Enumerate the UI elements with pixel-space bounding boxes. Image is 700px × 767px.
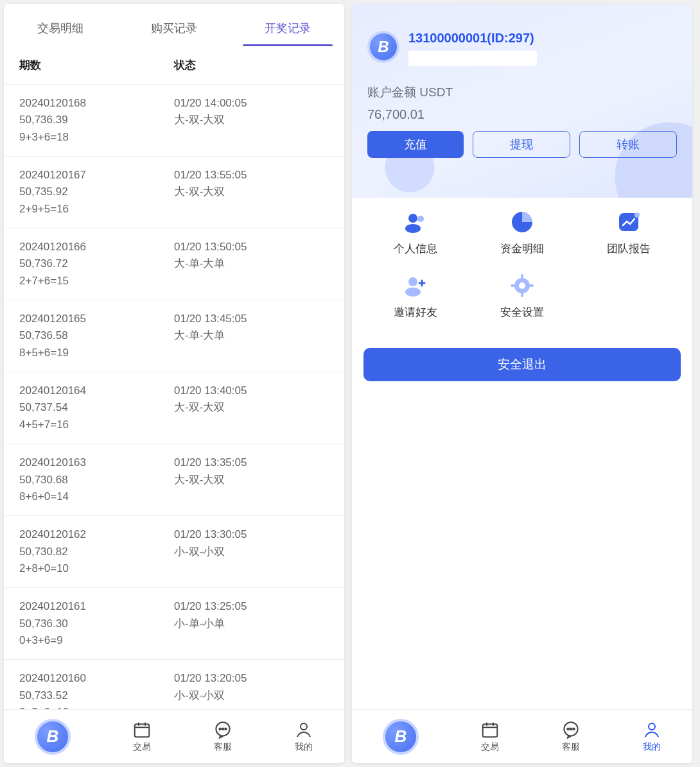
svg-point-6	[408, 214, 417, 223]
nav-trade-label: 交易	[133, 741, 151, 753]
record-period: 2024012016150,736.300+3+6=9	[19, 598, 174, 649]
svg-point-21	[567, 728, 569, 730]
record-status: 01/20 13:45:05大-单-大单	[174, 311, 329, 361]
profile-icon	[403, 209, 428, 235]
svg-point-24	[649, 723, 655, 730]
nav-mine-label: 我的	[643, 741, 661, 753]
menu-team[interactable]: 团队报告	[575, 209, 682, 256]
nav-mine-right[interactable]: 我的	[642, 720, 661, 753]
svg-point-8	[417, 216, 424, 222]
svg-point-3	[222, 728, 224, 730]
record-period: 2024012016550,736.588+5+6=19	[19, 311, 174, 361]
svg-point-11	[408, 277, 417, 286]
left-phone: 交易明细 购买记录 开奖记录 期数 状态 2024012016850,736.3…	[4, 4, 344, 763]
record-row[interactable]: 2024012016850,736.399+3+6=1801/20 14:00:…	[4, 85, 344, 157]
record-row[interactable]: 2024012016450,737.544+5+7=1601/20 13:40:…	[4, 372, 344, 444]
menu-grid: 个人信息 资金明细 团队报告 邀请好友 安全设置	[352, 198, 692, 326]
menu-profile-label: 个人信息	[394, 241, 437, 256]
record-period: 2024012016350,730.688+6+0=14	[19, 454, 174, 505]
withdraw-button[interactable]: 提现	[473, 131, 570, 158]
svg-point-14	[519, 282, 525, 289]
menu-team-label: 团队报告	[607, 241, 651, 256]
record-status: 01/20 14:00:05大-双-大双	[174, 95, 329, 146]
record-row[interactable]: 2024012016350,730.688+6+0=1401/20 13:35:…	[4, 444, 344, 516]
svg-rect-16	[521, 293, 523, 297]
top-tabs: 交易明细 购买记录 开奖记录	[4, 4, 344, 46]
balance-label: 账户金额 USDT	[367, 84, 677, 101]
record-row[interactable]: 2024012016750,735.922+9+5=1601/20 13:55:…	[4, 157, 344, 228]
bitcoin-icon: B	[35, 719, 71, 755]
record-period: 2024012016650,736.722+7+6=15	[19, 239, 174, 289]
svg-point-12	[405, 288, 421, 297]
menu-funds[interactable]: 资金明细	[469, 209, 575, 256]
gear-icon	[509, 273, 535, 298]
svg-rect-18	[529, 284, 534, 287]
balance-value: 76,700.01	[367, 107, 677, 122]
bitcoin-icon: B	[383, 719, 419, 755]
tab-trade-detail[interactable]: 交易明细	[35, 12, 86, 46]
menu-invite-label: 邀请好友	[394, 305, 437, 320]
nav-logo-left[interactable]: B	[35, 719, 71, 755]
record-row[interactable]: 2024012016150,736.300+3+6=901/20 13:25:0…	[4, 588, 344, 660]
record-row[interactable]: 2024012016550,736.588+5+6=1901/20 13:45:…	[4, 300, 344, 372]
profile-top: B 13100000001(ID:297)	[367, 31, 677, 66]
recharge-button[interactable]: 充值	[367, 131, 464, 158]
record-period: 2024012016450,737.544+5+7=16	[19, 383, 174, 433]
nav-mine-left[interactable]: 我的	[294, 720, 313, 753]
record-period: 2024012016750,735.922+9+5=16	[19, 167, 174, 218]
svg-point-10	[634, 212, 640, 218]
nav-service-label: 客服	[562, 741, 580, 753]
profile-hero: B 13100000001(ID:297) 账户金额 USDT 76,700.0…	[352, 4, 692, 198]
right-phone: B 13100000001(ID:297) 账户金额 USDT 76,700.0…	[352, 4, 692, 763]
header-period: 期数	[19, 58, 174, 73]
nav-trade-right[interactable]: 交易	[480, 720, 500, 753]
menu-security-label: 安全设置	[500, 305, 544, 320]
record-period: 2024012016250,730.822+8+0=10	[19, 526, 174, 577]
menu-security[interactable]: 安全设置	[469, 273, 575, 320]
record-status: 01/20 13:55:05大-双-大双	[174, 167, 329, 218]
svg-point-7	[405, 224, 421, 233]
action-row: 充值 提现 转账	[367, 131, 677, 158]
invite-icon	[403, 273, 428, 298]
records-list[interactable]: 2024012016850,736.399+3+6=1801/20 14:00:…	[4, 85, 344, 709]
record-status: 01/20 13:35:05大-双-大双	[174, 454, 329, 505]
record-period: 2024012016850,736.399+3+6=18	[19, 95, 174, 146]
header-status: 状态	[174, 58, 329, 73]
spacer	[352, 381, 692, 709]
tab-purchase-record[interactable]: 购买记录	[148, 12, 200, 46]
record-status: 01/20 13:40:05大-双-大双	[174, 383, 329, 433]
svg-rect-15	[521, 274, 523, 279]
menu-profile[interactable]: 个人信息	[362, 209, 469, 256]
nav-service-left[interactable]: 客服	[213, 720, 232, 753]
record-row[interactable]: 2024012016050,733.522+5+3=1001/20 13:20:…	[4, 660, 344, 709]
svg-point-5	[301, 723, 307, 730]
record-status: 01/20 13:50:05大-单-大单	[174, 239, 329, 289]
nav-service-right[interactable]: 客服	[561, 720, 581, 753]
bottom-nav-left: B 交易 客服 我的	[4, 709, 344, 763]
record-row[interactable]: 2024012016650,736.722+7+6=1501/20 13:50:…	[4, 228, 344, 300]
svg-rect-19	[483, 724, 498, 737]
calendar-icon	[132, 720, 152, 739]
tab-lottery-record[interactable]: 开奖记录	[262, 12, 313, 46]
nav-trade-label: 交易	[481, 741, 499, 753]
nav-logo-right[interactable]: B	[383, 719, 419, 755]
record-status: 01/20 13:20:05小-双-小双	[174, 670, 329, 709]
calendar-icon	[480, 720, 500, 739]
user-id-line: 13100000001(ID:297)	[408, 31, 537, 46]
person-icon	[642, 720, 661, 739]
bottom-nav-right: B 交易 客服 我的	[352, 709, 692, 763]
record-row[interactable]: 2024012016250,730.822+8+0=1001/20 13:30:…	[4, 516, 344, 588]
logout-button[interactable]: 安全退出	[363, 348, 681, 381]
svg-point-22	[570, 728, 572, 730]
bitcoin-icon: B	[367, 31, 399, 63]
svg-point-2	[219, 728, 221, 730]
nav-trade-left[interactable]: 交易	[132, 720, 152, 753]
chat-icon	[213, 720, 232, 739]
svg-point-23	[573, 728, 575, 730]
chat-icon	[561, 720, 581, 739]
nav-service-label: 客服	[214, 741, 232, 753]
menu-invite[interactable]: 邀请好友	[362, 273, 469, 320]
svg-point-4	[225, 728, 227, 730]
person-icon	[294, 720, 313, 739]
transfer-button[interactable]: 转账	[579, 131, 677, 158]
